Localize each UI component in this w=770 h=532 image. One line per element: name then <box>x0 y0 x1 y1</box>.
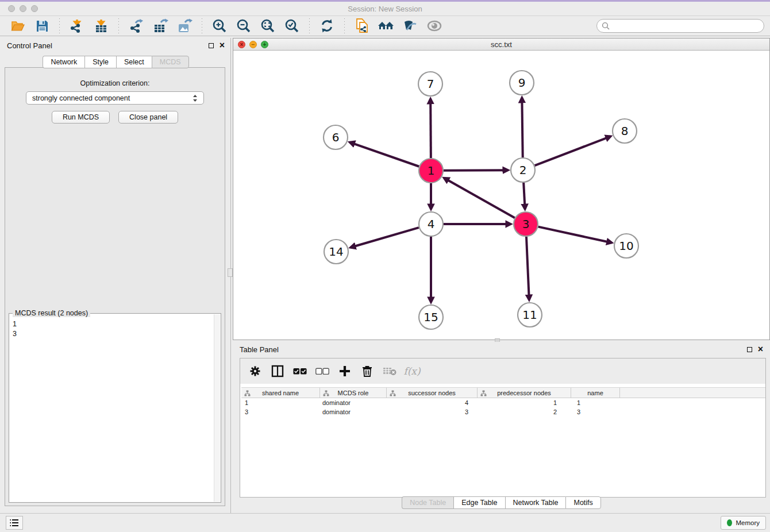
zoom-out-button[interactable] <box>235 18 252 34</box>
graph-edge-4-14[interactable] <box>351 228 419 248</box>
graph-edge-1-6[interactable] <box>350 142 419 167</box>
graph-node-label-1: 1 <box>428 164 435 178</box>
export-network-button[interactable] <box>128 18 145 34</box>
network-window-title: scc.txt <box>233 40 769 49</box>
table-cell[interactable]: dominator <box>320 408 387 415</box>
tab-node-table[interactable]: Node Table <box>402 496 453 509</box>
mcds-result-box: MCDS result (2 nodes) 13 <box>9 313 221 503</box>
select-all-button[interactable] <box>293 364 307 378</box>
column-header-label: shared name <box>262 390 299 396</box>
selected-criterion: strongly connected component <box>32 94 130 102</box>
export-table-icon <box>153 18 168 34</box>
table-cell[interactable]: 3 <box>387 408 478 415</box>
open-folder-icon <box>10 18 25 33</box>
zoom-fit-button[interactable] <box>259 18 276 34</box>
column-header-label: successor nodes <box>408 390 456 396</box>
graph-node-label-14: 14 <box>329 245 343 259</box>
column-header-name[interactable]: name <box>571 388 620 398</box>
table-toolbar: f(x) <box>240 358 765 384</box>
network-window-titlebar[interactable]: × − + scc.txt <box>233 38 769 51</box>
function-builder-button[interactable]: f(x) <box>405 364 419 378</box>
tab-network-table[interactable]: Network Table <box>505 496 566 509</box>
import-network-button[interactable] <box>68 18 86 34</box>
table-cell[interactable]: 1 <box>478 399 571 406</box>
table-row[interactable]: 1dominator411 <box>241 398 765 407</box>
table-cell[interactable]: dominator <box>320 399 387 406</box>
table-header-row: shared nameMCDS rolesuccessor nodesprede… <box>241 387 765 398</box>
tab-mcds[interactable]: MCDS <box>152 56 189 68</box>
close-panel-button[interactable]: Close panel <box>118 111 178 124</box>
graph-edge-3-10[interactable] <box>538 227 611 243</box>
table-cell[interactable]: 4 <box>387 399 478 406</box>
graph-edge-3-1[interactable] <box>444 178 515 218</box>
table-cell[interactable]: 3 <box>241 408 320 415</box>
control-panel-tabs: NetworkStyleSelectMCDS <box>0 56 232 68</box>
search-input[interactable] <box>596 19 764 33</box>
column-namespace-icon <box>244 390 251 396</box>
zoom-selected-button[interactable] <box>283 18 301 34</box>
graph-node-label-4: 4 <box>428 217 435 231</box>
graph-node-label-10: 10 <box>619 239 633 253</box>
run-mcds-button[interactable]: Run MCDS <box>52 111 110 124</box>
graph-edge-2-9[interactable] <box>522 98 522 157</box>
toolbar-separator <box>344 18 345 33</box>
close-panel-icon[interactable]: × <box>220 43 225 48</box>
column-header-predecessor-nodes[interactable]: predecessor nodes <box>478 388 571 398</box>
import-table-icon <box>94 18 109 33</box>
export-table-button[interactable] <box>152 18 169 34</box>
memory-button[interactable]: Memory <box>721 516 766 530</box>
table-cell[interactable]: 3 <box>571 408 620 415</box>
table-row[interactable]: 3dominator323 <box>241 407 765 417</box>
tab-network[interactable]: Network <box>43 56 84 68</box>
result-scrollbar[interactable] <box>214 314 220 502</box>
save-floppy-icon <box>35 19 49 33</box>
network-canvas[interactable]: 7968124314101511 <box>233 51 769 340</box>
tab-motifs[interactable]: Motifs <box>565 496 600 509</box>
graph-edge-2-3[interactable] <box>523 183 525 209</box>
close-panel-icon[interactable]: × <box>758 346 763 352</box>
graph-edge-3-11[interactable] <box>526 237 529 300</box>
main-toolbar <box>0 16 770 36</box>
column-header-label: MCDS role <box>338 390 369 396</box>
hide-selected-button[interactable] <box>402 18 419 34</box>
delete-column-button[interactable] <box>360 364 374 378</box>
toolbar-separator <box>118 18 119 33</box>
save-session-button[interactable] <box>33 18 51 34</box>
float-panel-icon[interactable] <box>209 43 214 48</box>
show-all-networks-button[interactable] <box>378 18 395 34</box>
column-header-shared-name[interactable]: shared name <box>241 388 320 398</box>
tab-style[interactable]: Style <box>84 56 116 68</box>
panel-divider-grip[interactable] <box>228 268 233 277</box>
export-image-button[interactable] <box>176 18 193 34</box>
table-cell[interactable]: 1 <box>241 399 320 406</box>
zoom-in-button[interactable] <box>211 18 228 34</box>
create-column-button[interactable] <box>338 364 352 378</box>
table-panel-title: Table Panel <box>240 345 279 354</box>
float-panel-icon[interactable] <box>747 347 752 352</box>
open-session-button[interactable] <box>9 18 26 34</box>
apply-layout-button[interactable] <box>318 18 336 34</box>
column-header-label: predecessor nodes <box>497 390 551 396</box>
table-settings-button[interactable] <box>248 364 262 378</box>
table-cell[interactable]: 1 <box>571 399 620 406</box>
clone-network-button[interactable] <box>353 18 371 34</box>
column-header-MCDS-role[interactable]: MCDS role <box>320 388 387 398</box>
graph-edge-2-8[interactable] <box>535 136 611 165</box>
show-selected-button[interactable] <box>426 18 443 34</box>
graph-edge-1-2[interactable] <box>444 170 508 171</box>
table-cell[interactable]: 2 <box>478 408 571 415</box>
network-view-window: × − + scc.txt 7968124314101511 <box>233 38 770 340</box>
tab-select[interactable]: Select <box>116 56 152 68</box>
import-table-button[interactable] <box>93 18 110 34</box>
graph-edge-1-7[interactable] <box>430 99 431 158</box>
graph-node-label-2: 2 <box>519 163 527 177</box>
column-header-successor-nodes[interactable]: successor nodes <box>387 388 478 398</box>
table-panel-header: Table Panel × <box>233 342 770 357</box>
graph-node-label-6: 6 <box>332 130 340 144</box>
deselect-all-button[interactable] <box>315 364 329 378</box>
task-history-button[interactable] <box>6 516 23 530</box>
delete-table-button[interactable] <box>383 364 396 378</box>
optimization-criterion-select[interactable]: strongly connected component <box>26 91 204 105</box>
tab-edge-table[interactable]: Edge Table <box>453 496 505 509</box>
column-panel-button[interactable] <box>271 364 284 378</box>
